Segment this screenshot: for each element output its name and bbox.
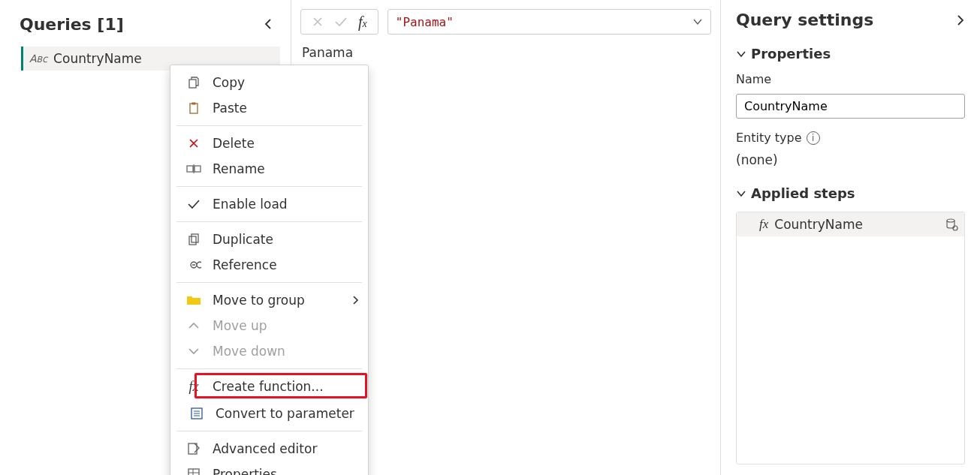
menu-convert-to-parameter-label: Convert to parameter xyxy=(216,406,354,421)
menu-separator xyxy=(176,282,362,283)
menu-separator xyxy=(176,186,362,187)
chevron-down-icon xyxy=(185,343,202,359)
delete-icon xyxy=(185,135,202,152)
svg-rect-6 xyxy=(189,236,196,245)
menu-copy[interactable]: Copy xyxy=(170,70,368,95)
applied-step-item[interactable]: fx CountryName xyxy=(737,212,964,236)
properties-section-header[interactable]: Properties xyxy=(736,46,965,62)
applied-step-label: CountryName xyxy=(774,217,863,232)
menu-paste[interactable]: Paste xyxy=(170,95,368,121)
name-input[interactable] xyxy=(736,94,965,119)
folder-icon xyxy=(185,292,202,308)
chevron-up-icon xyxy=(185,317,202,334)
menu-move-up: Move up xyxy=(170,313,368,338)
settings-title: Query settings xyxy=(736,11,873,29)
chevron-right-icon xyxy=(351,295,359,305)
menu-separator xyxy=(176,125,362,126)
menu-move-to-group[interactable]: Move to group xyxy=(170,287,368,313)
menu-reference-label: Reference xyxy=(213,257,277,272)
chevron-down-icon xyxy=(736,50,746,58)
entity-type-label: Entity type xyxy=(736,131,802,145)
info-icon[interactable]: i xyxy=(807,131,820,145)
menu-enable-load[interactable]: Enable load xyxy=(170,191,368,217)
chevron-down-icon xyxy=(736,190,746,197)
settings-header: Query settings xyxy=(736,11,965,29)
accept-formula-button[interactable] xyxy=(334,17,348,27)
menu-reference[interactable]: Reference xyxy=(170,252,368,278)
entity-type-value: (none) xyxy=(736,152,965,167)
copy-icon xyxy=(185,74,202,91)
query-settings-pane: Query settings Properties Name Entity ty… xyxy=(721,0,980,475)
menu-advanced-editor-label: Advanced editor xyxy=(213,441,317,456)
svg-rect-3 xyxy=(187,166,193,172)
check-icon xyxy=(185,196,202,212)
svg-rect-2 xyxy=(192,103,196,105)
applied-steps-list: fx CountryName xyxy=(736,212,965,464)
formula-value: "Panama" xyxy=(396,15,454,29)
menu-move-to-group-label: Move to group xyxy=(213,293,305,308)
menu-move-down: Move down xyxy=(170,338,368,364)
parameter-icon xyxy=(188,405,205,422)
rename-icon xyxy=(185,161,202,177)
menu-create-function-label: Create function... xyxy=(213,379,324,394)
menu-rename[interactable]: Rename xyxy=(170,156,368,182)
expand-settings-button[interactable] xyxy=(956,14,965,26)
svg-rect-7 xyxy=(191,234,198,242)
cancel-formula-button[interactable] xyxy=(312,16,324,28)
duplicate-icon xyxy=(185,231,202,248)
menu-copy-label: Copy xyxy=(213,75,245,90)
menu-separator xyxy=(176,221,362,222)
queries-pane: Queries [1] ABC CountryName Copy Paste xyxy=(0,0,291,475)
menu-enable-load-label: Enable load xyxy=(213,197,288,212)
reference-icon xyxy=(185,257,202,273)
result-value: Panama xyxy=(300,45,711,60)
menu-move-down-label: Move down xyxy=(213,344,285,359)
menu-convert-to-parameter[interactable]: Convert to parameter xyxy=(173,401,365,426)
menu-create-function[interactable]: fx Create function... xyxy=(170,374,368,399)
paste-icon xyxy=(185,100,202,116)
menu-separator xyxy=(176,431,362,431)
svg-rect-4 xyxy=(194,166,201,172)
svg-point-17 xyxy=(947,219,954,222)
menu-duplicate[interactable]: Duplicate xyxy=(170,227,368,252)
menu-properties[interactable]: Properties... xyxy=(170,461,368,475)
editor-icon xyxy=(185,440,202,457)
queries-title: Queries [1] xyxy=(20,15,124,34)
data-source-icon[interactable] xyxy=(945,218,958,231)
menu-advanced-editor[interactable]: Advanced editor xyxy=(170,436,368,461)
properties-icon xyxy=(185,466,202,475)
properties-section-label: Properties xyxy=(751,46,831,62)
formula-controls: fx xyxy=(300,9,378,35)
menu-separator xyxy=(176,368,362,369)
query-item-label: CountryName xyxy=(53,51,142,66)
context-menu: Copy Paste Delete Rename Enable lo xyxy=(170,65,369,475)
queries-header: Queries [1] xyxy=(0,0,291,41)
collapse-queries-button[interactable] xyxy=(258,14,279,35)
entity-type-row: Entity type i xyxy=(736,131,965,145)
formula-bar: fx "Panama" xyxy=(300,9,711,35)
menu-duplicate-label: Duplicate xyxy=(213,232,273,247)
svg-rect-0 xyxy=(189,80,196,88)
formula-input[interactable]: "Panama" xyxy=(387,9,711,35)
menu-delete-label: Delete xyxy=(213,136,255,151)
svg-rect-13 xyxy=(188,469,199,475)
fx-icon: fx xyxy=(358,14,367,31)
menu-properties-label: Properties... xyxy=(213,467,289,475)
chevron-left-icon xyxy=(264,18,273,30)
menu-delete[interactable]: Delete xyxy=(170,131,368,156)
applied-steps-section-header[interactable]: Applied steps xyxy=(736,185,965,201)
menu-move-up-label: Move up xyxy=(213,318,267,333)
text-type-icon: ABC xyxy=(29,53,47,65)
svg-rect-1 xyxy=(190,104,198,113)
menu-paste-label: Paste xyxy=(213,101,247,116)
name-label: Name xyxy=(736,72,965,86)
applied-steps-section-label: Applied steps xyxy=(751,185,855,201)
fx-icon: fx xyxy=(185,378,202,395)
formula-expand-button[interactable] xyxy=(692,18,703,26)
menu-rename-label: Rename xyxy=(213,161,265,176)
fx-icon: fx xyxy=(759,217,768,232)
